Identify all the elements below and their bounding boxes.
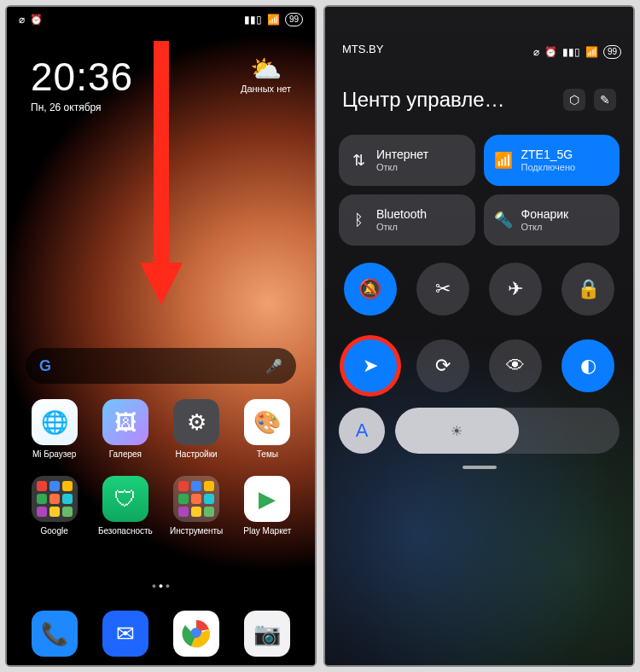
app-mi-browser[interactable]: 🌐Mi Браузер bbox=[23, 399, 86, 459]
settings-icon: ⚙ bbox=[173, 399, 219, 445]
mic-icon[interactable]: 🎤 bbox=[265, 358, 282, 374]
dock-phone[interactable]: 📞 bbox=[32, 611, 78, 657]
home-screen: ⌀ ⏰ ▮▮▯ 📶 99 20:36 Пн, 26 октября ⛅ Данн… bbox=[5, 5, 317, 667]
wifi-icon: 📶 bbox=[585, 46, 598, 58]
toggle-airplane[interactable]: ✈ bbox=[489, 263, 542, 316]
dock-messages[interactable]: ✉ bbox=[102, 611, 148, 657]
signal-icon: ▮▮▯ bbox=[244, 14, 262, 26]
toggle-eye-comfort[interactable]: 👁 bbox=[489, 339, 542, 392]
wifi-icon: 📶 bbox=[267, 14, 280, 26]
dnd-icon: ⌀ bbox=[19, 14, 25, 26]
clock-date: Пн, 26 октября bbox=[31, 101, 133, 113]
tile-label: Фонарик bbox=[521, 208, 569, 221]
drag-handle[interactable] bbox=[463, 466, 497, 469]
tile-status: Откл bbox=[376, 222, 427, 232]
dock: 📞✉📷 bbox=[7, 611, 315, 657]
tile-internet[interactable]: ⇅ИнтернетОткл bbox=[339, 135, 475, 186]
status-bar: ⌀ ⏰ ▮▮▯ 📶 99 bbox=[325, 43, 633, 61]
security-icon: 🛡 bbox=[102, 476, 148, 522]
brightness-fill: ☀ bbox=[395, 408, 519, 454]
bluetooth-icon: ᛒ bbox=[349, 211, 368, 229]
status-bar: ⌀ ⏰ ▮▮▯ 📶 99 bbox=[7, 10, 315, 29]
tile-label: ZTE1_5G bbox=[521, 148, 576, 161]
google-search-bar[interactable]: G 🎤 bbox=[26, 348, 296, 384]
weather-widget[interactable]: ⛅ Данных нет bbox=[241, 54, 291, 94]
tools-folder-icon bbox=[173, 476, 219, 522]
battery-indicator: 99 bbox=[603, 45, 621, 59]
alarm-icon: ⏰ bbox=[544, 46, 557, 58]
app-gallery[interactable]: 🖼Галерея bbox=[94, 399, 157, 459]
auto-brightness-toggle[interactable]: A bbox=[339, 408, 385, 454]
settings-icon[interactable]: ⬡ bbox=[563, 89, 585, 111]
app-security[interactable]: 🛡Безопасность bbox=[94, 476, 157, 536]
dock-camera[interactable]: 📷 bbox=[244, 611, 290, 657]
tile-label: Интернет bbox=[376, 148, 428, 161]
control-center-header: Центр управле… ⬡ ✎ bbox=[342, 88, 616, 112]
page-indicator: ● ● ● bbox=[7, 582, 315, 590]
app-google-folder[interactable]: Google bbox=[23, 476, 86, 536]
tile-status: Подключено bbox=[521, 162, 576, 172]
app-row: Google🛡БезопасностьИнструменты▶Play Марк… bbox=[7, 476, 315, 536]
internet-icon: ⇅ bbox=[349, 151, 368, 170]
dnd-icon: ⌀ bbox=[533, 46, 539, 58]
quick-tiles: ⇅ИнтернетОткл📶ZTE1_5GПодключеноᛒBluetoot… bbox=[339, 135, 620, 246]
app-label: Google bbox=[23, 526, 86, 536]
brightness-slider[interactable]: ☀ bbox=[395, 408, 620, 454]
clock-widget[interactable]: 20:36 Пн, 26 октября bbox=[31, 54, 133, 113]
battery-indicator: 99 bbox=[285, 13, 303, 26]
gallery-icon: 🖼 bbox=[102, 399, 148, 445]
brightness-row: A ☀ bbox=[339, 408, 620, 454]
clock-time: 20:36 bbox=[31, 54, 133, 100]
app-label: Галерея bbox=[94, 449, 157, 459]
google-folder-icon bbox=[32, 476, 78, 522]
app-settings[interactable]: ⚙Настройки bbox=[165, 399, 228, 459]
app-label: Темы bbox=[236, 449, 299, 459]
tile-bluetooth[interactable]: ᛒBluetoothОткл bbox=[339, 194, 475, 246]
app-tools-folder[interactable]: Инструменты bbox=[165, 476, 228, 536]
app-row: 🌐Mi Браузер🖼Галерея⚙Настройки🎨Темы bbox=[7, 399, 315, 459]
tile-flashlight[interactable]: 🔦ФонарикОткл bbox=[484, 194, 620, 246]
flashlight-icon: 🔦 bbox=[494, 211, 513, 229]
signal-icon: ▮▮▯ bbox=[562, 46, 580, 58]
control-center-title: Центр управле… bbox=[342, 88, 555, 112]
svg-marker-1 bbox=[140, 263, 183, 305]
tile-status: Откл bbox=[376, 162, 428, 172]
toggle-rotation-lock[interactable]: ⟳ bbox=[416, 339, 469, 392]
app-label: Инструменты bbox=[165, 526, 228, 536]
dock-chrome[interactable] bbox=[173, 611, 219, 657]
weather-label: Данных нет bbox=[241, 84, 291, 94]
toggle-location[interactable]: ➤ bbox=[344, 339, 397, 392]
alarm-icon: ⏰ bbox=[30, 14, 43, 26]
swipe-down-arrow-annotation bbox=[131, 32, 191, 314]
edit-icon[interactable]: ✎ bbox=[594, 89, 616, 111]
control-center: MTS.BY ⌀ ⏰ ▮▮▯ 📶 99 Центр управле… ⬡ ✎ ⇅… bbox=[323, 5, 635, 667]
google-logo-icon: G bbox=[39, 357, 51, 375]
toggle-row: 🔕✂✈🔒 bbox=[339, 263, 620, 316]
app-label: Play Маркет bbox=[236, 526, 299, 536]
tile-wifi[interactable]: 📶ZTE1_5GПодключено bbox=[484, 135, 620, 186]
app-play-market[interactable]: ▶Play Маркет bbox=[236, 476, 299, 536]
themes-icon: 🎨 bbox=[244, 399, 290, 445]
play-market-icon: ▶ bbox=[244, 476, 290, 522]
tile-status: Откл bbox=[521, 222, 569, 232]
app-themes[interactable]: 🎨Темы bbox=[236, 399, 299, 459]
mi-browser-icon: 🌐 bbox=[32, 399, 78, 445]
weather-icon: ⛅ bbox=[241, 54, 291, 84]
app-label: Настройки bbox=[165, 449, 228, 459]
toggle-mute[interactable]: 🔕 bbox=[344, 263, 397, 316]
app-label: Безопасность bbox=[94, 526, 157, 536]
app-label: Mi Браузер bbox=[23, 449, 86, 459]
toggle-dark-mode[interactable]: ◐ bbox=[561, 339, 614, 392]
tile-label: Bluetooth bbox=[376, 208, 427, 221]
wifi-icon: 📶 bbox=[494, 151, 513, 170]
toggle-row: ➤⟳👁◐ bbox=[339, 339, 620, 392]
toggle-screenshot[interactable]: ✂ bbox=[416, 263, 469, 316]
toggle-lock[interactable]: 🔒 bbox=[561, 263, 614, 316]
